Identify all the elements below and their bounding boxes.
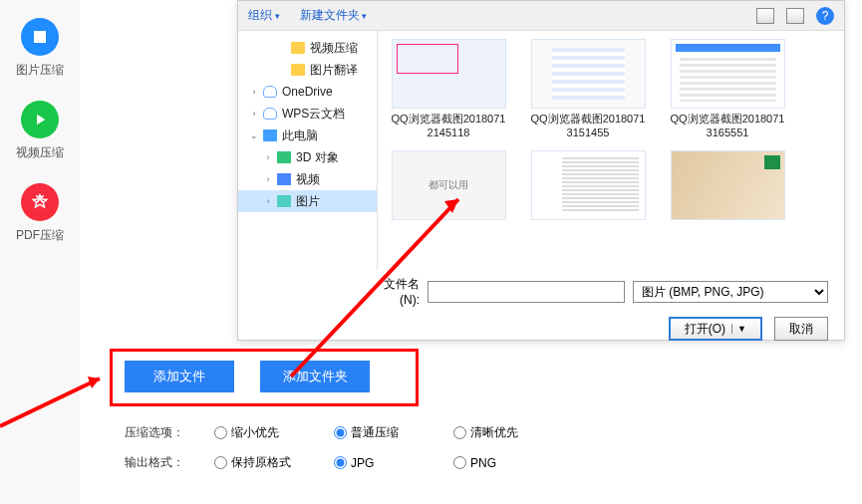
pdf-icon [21,183,59,221]
compress-options-row: 压缩选项： 缩小优先 普通压缩 清晰优先 [125,424,553,441]
tree-item-图片[interactable]: ›图片 [238,190,377,212]
open-dropdown-icon[interactable]: ▼ [731,324,746,334]
sidebar-label: 图片压缩 [16,62,64,79]
tree-item-OneDrive[interactable]: ›OneDrive [238,81,377,103]
svg-point-0 [42,33,45,36]
file-item[interactable]: QQ浏览器截图20180713151455 [523,39,653,140]
add-file-button[interactable]: 添加文件 [125,361,234,392]
tree-item-3D 对象[interactable]: ›3D 对象 [238,146,377,168]
view-mode-button[interactable] [756,8,774,24]
sidebar: 图片压缩 视频压缩 PDF压缩 [0,0,80,504]
radio-keep-format[interactable]: 保持原格式 [214,454,314,471]
open-button[interactable]: 打开(O)▼ [669,317,762,341]
help-icon[interactable]: ? [816,7,834,25]
new-folder-menu[interactable]: 新建文件夹 [300,7,368,24]
tree-item-WPS云文档[interactable]: ›WPS云文档 [238,103,377,125]
folder-tree: 视频压缩图片翻译›OneDrive›WPS云文档⌄此电脑›3D 对象›视频›图片 [238,31,378,270]
filename-input[interactable] [428,281,625,303]
file-item[interactable]: QQ浏览器截图20180713165551 [663,39,792,140]
image-icon [21,18,59,56]
tree-item-图片翻译[interactable]: 图片翻译 [238,59,377,81]
radio-png[interactable]: PNG [453,456,553,470]
add-buttons-row: 添加文件 添加文件夹 [125,361,370,392]
format-options-row: 输出格式： 保持原格式 JPG PNG [125,454,553,471]
organize-menu[interactable]: 组织 [248,7,280,24]
sidebar-label: 视频压缩 [16,144,64,161]
cancel-button[interactable]: 取消 [774,317,828,341]
compress-label: 压缩选项： [125,424,194,441]
radio-normal-compress[interactable]: 普通压缩 [334,424,433,441]
filename-label: 文件名(N): [365,276,420,307]
file-filter-select[interactable]: 图片 (BMP, PNG, JPG) [633,281,828,303]
add-folder-button[interactable]: 添加文件夹 [260,361,370,392]
file-grid: QQ浏览器截图20180712145118QQ浏览器截图201807131514… [378,31,844,270]
sidebar-label: PDF压缩 [16,227,64,244]
radio-jpg[interactable]: JPG [334,456,433,470]
tree-item-视频[interactable]: ›视频 [238,168,377,190]
radio-clear-first[interactable]: 清晰优先 [453,424,553,441]
tree-item-此电脑[interactable]: ⌄此电脑 [238,125,377,146]
sidebar-item-image-compress[interactable]: 图片压缩 [0,18,80,79]
radio-shrink-first[interactable]: 缩小优先 [214,424,314,441]
file-item[interactable] [523,150,653,220]
sidebar-item-pdf-compress[interactable]: PDF压缩 [0,183,80,244]
file-item[interactable]: 都可以用 [384,150,513,220]
format-label: 输出格式： [125,454,194,471]
tree-item-视频压缩[interactable]: 视频压缩 [238,37,377,59]
preview-pane-button[interactable] [786,8,804,24]
file-item[interactable]: QQ浏览器截图20180712145118 [384,39,513,140]
sidebar-item-video-compress[interactable]: 视频压缩 [0,101,80,161]
file-item[interactable] [663,150,792,220]
play-icon [21,101,59,138]
file-open-dialog: 组织 新建文件夹 ? 视频压缩图片翻译›OneDrive›WPS云文档⌄此电脑›… [237,0,845,341]
dialog-toolbar: 组织 新建文件夹 ? [238,1,844,31]
